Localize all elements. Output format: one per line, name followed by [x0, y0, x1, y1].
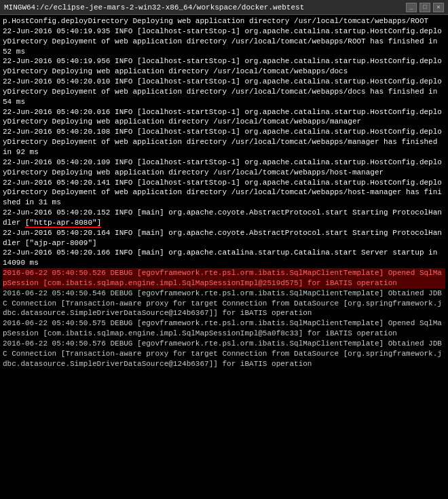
title-bar: MINGW64:/c/eclipse-jee-mars-2-win32-x86_…	[0, 0, 448, 15]
terminal-line: 2016-06-22 05:40:50.546 DEBUG [egovframe…	[3, 289, 445, 319]
maximize-button[interactable]: □	[419, 3, 430, 12]
title-bar-text: MINGW64:/c/eclipse-jee-mars-2-win32-x86_…	[4, 3, 304, 12]
terminal-line: 22-Jun-2016 05:40:19.935 INFO [localhost…	[3, 26, 445, 57]
terminal-body: p.HostConfig.deployDirectory Deploying w…	[0, 15, 448, 499]
terminal-line: 22-Jun-2016 05:40:20.141 INFO [localhost…	[3, 178, 445, 208]
terminal-line: 22-Jun-2016 05:40:20.010 INFO [localhost…	[3, 77, 445, 107]
title-bar-controls: _ □ ✕	[406, 3, 444, 12]
terminal-line: 22-Jun-2016 05:40:20.016 INFO [localhost…	[3, 107, 445, 128]
close-button[interactable]: ✕	[433, 3, 444, 12]
terminal-line: 2016-06-22 05:40:50.575 DEBUG [egovframe…	[3, 318, 445, 339]
terminal-line: 22-Jun-2016 05:40:20.152 INFO [main] org…	[3, 208, 445, 228]
terminal-line: 22-Jun-2016 05:40:20.166 INFO [main] org…	[3, 248, 445, 268]
minimize-button[interactable]: _	[406, 3, 417, 12]
terminal-line: 22-Jun-2016 05:40:20.164 INFO [main] org…	[3, 228, 445, 248]
terminal-line: 22-Jun-2016 05:40:20.108 INFO [localhost…	[3, 127, 445, 158]
terminal-line: p.HostConfig.deployDirectory Deploying w…	[3, 16, 445, 26]
terminal-line: 22-Jun-2016 05:40:19.956 INFO [localhost…	[3, 56, 445, 77]
terminal-line: 2016-06-22 05:40:50.576 DEBUG [egovframe…	[3, 339, 445, 369]
terminal-line: 2016-06-22 05:40:50.526 DEBUG [egovframe…	[3, 268, 445, 289]
terminal-line: 22-Jun-2016 05:40:20.109 INFO [localhost…	[3, 158, 445, 178]
